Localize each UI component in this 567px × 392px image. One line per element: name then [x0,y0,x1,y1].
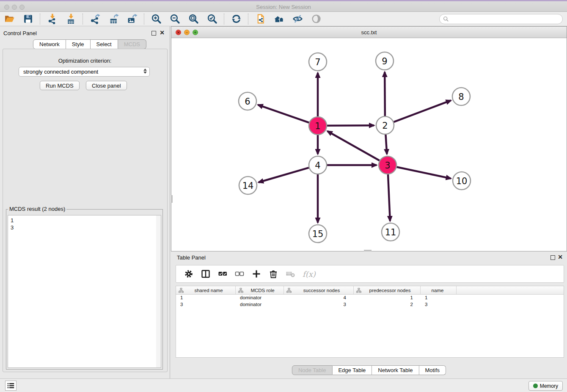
graph-node-3[interactable]: 3 [379,156,396,174]
column-type-icon [238,288,243,293]
graph-node-15[interactable]: 15 [309,225,327,243]
export-table-icon[interactable] [107,14,119,25]
home-layout-icon[interactable] [273,14,285,25]
select-all-icon[interactable] [218,268,227,279]
column-layout-icon[interactable] [201,268,210,279]
table-panel-title: Table Panel [177,254,206,261]
graph-edge-2-9[interactable] [385,72,385,116]
cell[interactable]: 1 [354,295,421,301]
memory-status-icon [533,384,538,388]
search-box[interactable] [439,14,563,24]
zoom-selected-icon[interactable] [206,14,218,25]
cell[interactable]: dominator [236,295,284,301]
settings-gear-icon[interactable] [184,268,193,279]
close-panel-icon[interactable]: ✕ [160,29,165,36]
task-history-button[interactable] [5,381,17,391]
table-row[interactable]: 3dominator323 [176,301,564,308]
graph-node-1[interactable]: 1 [309,117,327,135]
memory-button[interactable]: Memory [528,381,563,391]
import-table-icon[interactable] [65,14,77,25]
search-input[interactable] [449,15,562,23]
node-label: 1 [315,121,320,131]
node-label: 14 [242,181,254,191]
graph-edge-2-8[interactable] [394,100,451,122]
column-type-icon [179,288,184,293]
graph-edge-2-3[interactable] [385,135,387,154]
graph-edge-3-10[interactable] [397,167,451,179]
tab-edge-table[interactable]: Edge Table [332,365,372,375]
mcds-result-scrollbar[interactable] [156,215,161,367]
graph-edge-1-2[interactable] [327,125,374,126]
cell[interactable]: 1 [176,295,236,301]
column-header-predecessor-nodes[interactable]: predecessor nodes [354,286,421,294]
toolbar-separator [40,14,40,25]
refresh-icon[interactable] [230,14,242,25]
column-type-icon [356,288,361,293]
cell[interactable]: 3 [421,301,457,308]
graph-edge-1-6[interactable] [258,105,309,123]
cell[interactable]: 2 [354,301,421,308]
cell[interactable]: 3 [176,301,236,308]
graph-node-9[interactable]: 9 [376,52,394,70]
tab-network-table[interactable]: Network Table [372,365,419,375]
graph-node-10[interactable]: 10 [453,172,471,190]
export-network-icon[interactable] [89,14,101,25]
close-panel-button[interactable]: Close panel [86,81,127,90]
list-icon [7,382,15,389]
table-row[interactable]: 1dominator411 [176,295,564,301]
graph-node-4[interactable]: 4 [309,156,327,174]
clone-network-icon[interactable] [254,14,266,25]
tab-node-table[interactable]: Node Table [292,365,333,375]
graph-edge-4-14[interactable] [259,168,309,182]
cell[interactable]: 3 [284,301,354,308]
mcds-result-title: MCDS result (2 nodes) [8,206,66,212]
network-canvas[interactable]: 7968124314101511 [171,38,567,251]
status-bar: Memory [0,378,567,392]
column-header-shared-name[interactable]: shared name [176,286,236,294]
optimization-criterion-select[interactable]: strongly connected component [19,67,150,77]
cell[interactable]: 4 [284,295,354,301]
graph-node-11[interactable]: 11 [382,223,399,241]
deselect-all-icon[interactable] [235,268,244,279]
zoom-in-icon[interactable] [150,14,162,25]
table-close-icon[interactable]: ✕ [558,254,563,260]
zoom-out-icon[interactable] [169,14,181,25]
vertical-splitter-handle[interactable] [171,195,173,203]
column-header-name[interactable]: name [421,286,457,294]
network-window-titlebar[interactable]: ✕ − + scc.txt [171,27,567,38]
cell[interactable]: 1 [421,295,457,301]
float-panel-icon[interactable] [151,31,156,36]
save-session-icon[interactable] [22,14,34,25]
tab-mcds[interactable]: MCDS [118,39,146,49]
cell[interactable]: dominator [236,301,284,308]
graph-edge-3-11[interactable] [388,174,390,221]
node-label: 8 [458,92,464,102]
mcds-result-text[interactable]: 1 3 [8,215,161,368]
table-float-icon[interactable] [550,255,555,260]
graph-node-8[interactable]: 8 [452,88,470,105]
graph-node-6[interactable]: 6 [239,92,256,110]
control-panel: Control Panel ✕ NetworkStyleSelectMCDS O… [0,26,170,378]
window-titlebar: Session: New Session [0,0,567,12]
import-network-icon[interactable] [46,14,58,25]
graph-edge-3-1[interactable] [328,131,380,160]
show-graphics-icon[interactable] [292,14,303,25]
graph-node-14[interactable]: 14 [239,177,257,194]
column-header-successor-nodes[interactable]: successor nodes [284,286,354,294]
export-image-icon[interactable] [126,14,138,25]
zoom-fit-icon[interactable] [187,14,199,25]
run-mcds-button[interactable]: Run MCDS [40,81,80,90]
graph-node-2[interactable]: 2 [376,116,394,134]
tab-network[interactable]: Network [33,39,66,49]
add-column-icon[interactable] [252,268,261,279]
delete-column-icon[interactable] [269,268,278,279]
graph-node-7[interactable]: 7 [309,53,327,71]
column-header-MCDS-role[interactable]: MCDS role [236,286,284,294]
tab-motifs[interactable]: Motifs [419,365,446,375]
disabled-toggle-icon[interactable] [310,14,322,25]
toolbar-separator [224,14,224,25]
control-panel-title: Control Panel [3,30,37,36]
tab-select[interactable]: Select [91,39,118,49]
tab-style[interactable]: Style [66,39,91,49]
open-file-icon[interactable] [3,14,15,25]
